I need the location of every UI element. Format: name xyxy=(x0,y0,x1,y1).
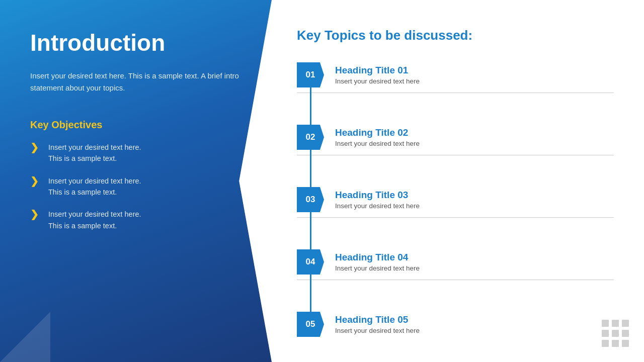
topic-text-group-2: Heading Title 02 Insert your desired tex… xyxy=(335,127,420,147)
objective-text-2: Insert your desired text here.This is a … xyxy=(48,175,141,198)
topic-row-4: 04 Heading Title 04 Insert your desired … xyxy=(297,245,614,280)
topic-badge-3: 03 xyxy=(297,187,324,212)
main-title: Introduction xyxy=(30,30,247,56)
topic-heading-3: Heading Title 03 xyxy=(335,190,420,201)
topic-content-4: 04 Heading Title 04 Insert your desired … xyxy=(297,245,614,280)
topic-badge-1: 01 xyxy=(297,62,324,87)
topic-content-5: 05 Heading Title 05 Insert your desired … xyxy=(297,308,614,342)
topic-content-1: 01 Heading Title 01 Insert your desired … xyxy=(297,58,614,93)
dot-1 xyxy=(602,320,609,327)
topic-content-3: 03 Heading Title 03 Insert your desired … xyxy=(297,183,614,217)
dots-decoration xyxy=(602,320,629,347)
topic-text-group-4: Heading Title 04 Insert your desired tex… xyxy=(335,252,420,272)
objectives-title: Key Objectives xyxy=(30,119,247,131)
topics-wrapper: 01 Heading Title 01 Insert your desired … xyxy=(297,58,614,342)
topic-badge-2: 02 xyxy=(297,125,324,150)
topic-divider-4 xyxy=(297,280,614,280)
topic-badge-4: 04 xyxy=(297,249,324,275)
topic-subtext-2: Insert your desired text here xyxy=(335,140,420,147)
objective-text-3: Insert your desired text here.This is a … xyxy=(48,209,141,231)
dot-3 xyxy=(622,320,629,327)
dot-4 xyxy=(602,330,609,337)
topic-divider-1 xyxy=(297,93,614,93)
topic-subtext-1: Insert your desired text here xyxy=(335,77,420,85)
dot-5 xyxy=(612,330,619,337)
topic-subtext-3: Insert your desired text here xyxy=(335,202,420,210)
objective-item-2: ❯ Insert your desired text here.This is … xyxy=(30,175,247,198)
topic-content-2: 02 Heading Title 02 Insert your desired … xyxy=(297,121,614,155)
topic-text-group-1: Heading Title 01 Insert your desired tex… xyxy=(335,65,420,85)
topic-subtext-4: Insert your desired text here xyxy=(335,264,420,272)
objective-item-1: ❯ Insert your desired text here.This is … xyxy=(30,142,247,164)
dot-9 xyxy=(622,340,629,347)
dot-6 xyxy=(622,330,629,337)
topic-text-group-3: Heading Title 03 Insert your desired tex… xyxy=(335,190,420,210)
topic-divider-2 xyxy=(297,155,614,155)
chevron-icon-2: ❯ xyxy=(30,176,41,187)
bottom-triangle-decoration xyxy=(0,312,50,362)
intro-text: Insert your desired text here. This is a… xyxy=(30,70,247,94)
topic-row-5: 05 Heading Title 05 Insert your desired … xyxy=(297,308,614,342)
right-panel: Key Topics to be discussed: 01 Heading T… xyxy=(272,0,644,362)
chevron-icon-3: ❯ xyxy=(30,209,41,220)
chevron-icon-1: ❯ xyxy=(30,142,41,153)
objective-text-1: Insert your desired text here.This is a … xyxy=(48,142,141,164)
topic-row-1: 01 Heading Title 01 Insert your desired … xyxy=(297,58,614,93)
topic-row-2: 02 Heading Title 02 Insert your desired … xyxy=(297,121,614,155)
topic-text-group-5: Heading Title 05 Insert your desired tex… xyxy=(335,314,420,334)
topic-subtext-5: Insert your desired text here xyxy=(335,327,420,334)
dot-7 xyxy=(602,340,609,347)
section-title: Key Topics to be discussed: xyxy=(297,28,614,43)
topic-heading-1: Heading Title 01 xyxy=(335,65,420,76)
topic-heading-2: Heading Title 02 xyxy=(335,127,420,138)
objective-item-3: ❯ Insert your desired text here.This is … xyxy=(30,209,247,231)
topic-badge-5: 05 xyxy=(297,312,324,337)
topic-divider-3 xyxy=(297,217,614,218)
left-panel: Introduction Insert your desired text he… xyxy=(0,0,272,362)
topic-heading-5: Heading Title 05 xyxy=(335,314,420,325)
topic-row-3: 03 Heading Title 03 Insert your desired … xyxy=(297,183,614,218)
dot-2 xyxy=(612,320,619,327)
topic-heading-4: Heading Title 04 xyxy=(335,252,420,263)
dot-8 xyxy=(612,340,619,347)
